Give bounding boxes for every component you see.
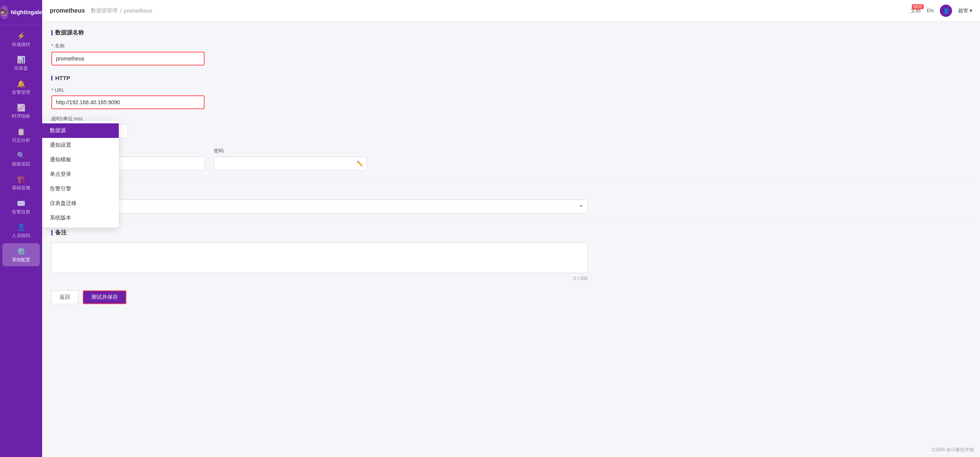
datasource-name-title: 数据源名称 xyxy=(51,29,971,36)
watermark: CSDN @小蔡技术栈 xyxy=(932,447,974,453)
breadcrumb: prometheus 数据源管理 / prometheus xyxy=(50,7,152,14)
org-label: 人员组织 xyxy=(12,233,30,238)
sys-config-label: 系统配置 xyxy=(12,257,30,262)
url-label: * URL xyxy=(51,87,205,93)
datasource-name-section: 数据源名称 * 名称 xyxy=(51,29,971,66)
timeseries-label: 时序指标 xyxy=(12,113,30,119)
breadcrumb-current: prometheus xyxy=(124,8,152,14)
alert-mgmt-icon: 🔔 xyxy=(17,80,25,88)
notes-count: 0 / 500 xyxy=(51,276,588,281)
sidebar-item-infrastructure[interactable]: 🏗️ 基础设施 xyxy=(2,171,40,194)
page-body: 数据源名称 * 名称 HTTP * URL 超时(单位:ms) 用户名 xyxy=(42,21,980,457)
doc-link[interactable]: 文档 NEW xyxy=(911,7,921,14)
user-avatar[interactable]: 👤 xyxy=(940,5,952,17)
url-form-group: * URL xyxy=(51,87,205,109)
header-right: 文档 NEW EN 👤 超管 ▾ xyxy=(911,5,972,17)
name-form-group: * 名称 xyxy=(51,43,205,66)
quick-jump-icon: ⚡ xyxy=(17,32,25,40)
log-analysis-icon: 📋 xyxy=(17,128,25,136)
timeseries-icon: 📈 xyxy=(17,103,25,112)
password-wrapper: ✏️ xyxy=(214,157,367,170)
dropdown-item-sso[interactable]: 单点登录 xyxy=(42,167,119,182)
back-button[interactable]: 返回 xyxy=(51,290,78,304)
password-field: 密码 ✏️ xyxy=(214,147,367,170)
sidebar-item-sys-config[interactable]: ⚙️ 系统配置 xyxy=(2,243,40,266)
url-input[interactable] xyxy=(51,95,205,109)
divider2 xyxy=(51,221,971,221)
alert-mgmt-label: 告警管理 xyxy=(12,90,30,95)
alert-self-icon: ✉️ xyxy=(17,199,25,208)
name-label: * 名称 xyxy=(51,43,205,49)
user-name[interactable]: 超管 ▾ xyxy=(958,7,972,14)
breadcrumb-sep xyxy=(87,8,89,14)
dashboard-icon: 📊 xyxy=(17,56,25,64)
dropdown-menu: 数据源通知设置通知模板单点登录告警引擎仪表盘迁移系统版本 xyxy=(42,121,119,228)
sidebar-item-timeseries[interactable]: 📈 时序指标 xyxy=(2,100,40,123)
dropdown-item-alert-engine[interactable]: 告警引擎 xyxy=(42,182,119,196)
cluster-title: 关联告警引擎集群 xyxy=(51,186,588,193)
quick-jump-label: 快速跳转 xyxy=(12,42,30,47)
trace-icon: 🔍 xyxy=(17,151,25,160)
logo-area: 🦅 Nightingale xyxy=(0,0,42,25)
http-title: HTTP xyxy=(51,75,971,81)
dropdown-item-notify-settings[interactable]: 通知设置 xyxy=(42,138,119,152)
name-input[interactable] xyxy=(51,52,205,66)
new-badge: NEW xyxy=(912,4,924,9)
password-label: 密码 xyxy=(214,147,367,154)
auth-section: 用户名 密码 ✏️ xyxy=(51,147,971,170)
logo-icon: 🦅 xyxy=(0,5,8,19)
dropdown-item-dashboard-migrate[interactable]: 仪表盘迁移 xyxy=(42,196,119,211)
sidebar-item-trace[interactable]: 🔍 链路追踪 xyxy=(2,147,40,170)
trace-label: 链路追踪 xyxy=(12,161,30,167)
password-input[interactable] xyxy=(214,157,367,170)
sidebar: 🦅 Nightingale ⚡ 快速跳转 📊 仪表盘 🔔 告警管理 📈 时序指标… xyxy=(0,0,42,457)
dropdown-item-sys-version[interactable]: 系统版本 xyxy=(42,211,119,225)
page-title: prometheus xyxy=(50,7,85,14)
main-content: prometheus 数据源管理 / prometheus 文档 NEW EN … xyxy=(42,0,980,457)
dashboard-label: 仪表盘 xyxy=(14,66,28,71)
infrastructure-icon: 🏗️ xyxy=(17,175,25,183)
notes-section: 备注 0 / 500 xyxy=(51,229,971,281)
cluster-select[interactable]: cluster-1 cluster-2 xyxy=(51,200,588,213)
alert-self-label: 告警自愈 xyxy=(12,209,30,215)
logo-text: Nightingale xyxy=(11,9,42,16)
save-button[interactable]: 测试并保存 xyxy=(83,290,126,304)
breadcrumb-section[interactable]: 数据源管理 xyxy=(91,7,118,14)
breadcrumb-slash: / xyxy=(120,8,121,14)
sidebar-item-org[interactable]: 👤 人员组织 xyxy=(2,219,40,242)
top-header: prometheus 数据源管理 / prometheus 文档 NEW EN … xyxy=(42,0,980,21)
http-section: HTTP * URL 超时(单位:ms) xyxy=(51,75,971,138)
notes-textarea[interactable] xyxy=(51,242,588,273)
password-eye-icon[interactable]: ✏️ xyxy=(357,161,363,167)
sidebar-item-alert-self[interactable]: ✉️ 告警自愈 xyxy=(2,195,40,218)
sys-config-icon: ⚙️ xyxy=(17,247,25,256)
sidebar-nav: ⚡ 快速跳转 📊 仪表盘 🔔 告警管理 📈 时序指标 📋 日志分析 🔍 链路追踪… xyxy=(0,28,42,266)
dropdown-item-notify-template[interactable]: 通知模板 xyxy=(42,152,119,167)
infrastructure-label: 基础设施 xyxy=(12,185,30,190)
sidebar-item-log-analysis[interactable]: 📋 日志分析 xyxy=(2,124,40,147)
sidebar-item-dashboard[interactable]: 📊 仪表盘 xyxy=(2,52,40,75)
sidebar-item-alert-mgmt[interactable]: 🔔 告警管理 xyxy=(2,76,40,99)
cluster-section: 关联告警引擎集群 cluster-1 cluster-2 xyxy=(51,186,588,213)
divider xyxy=(51,178,971,179)
sidebar-item-quick-jump[interactable]: ⚡ 快速跳转 xyxy=(2,28,40,51)
dropdown-item-datasource[interactable]: 数据源 xyxy=(42,123,119,138)
log-analysis-label: 日志分析 xyxy=(12,138,30,143)
notes-title: 备注 xyxy=(51,229,971,236)
org-icon: 👤 xyxy=(17,223,25,231)
auth-row: 用户名 密码 ✏️ xyxy=(51,147,971,170)
lang-switch[interactable]: EN xyxy=(927,8,934,13)
bottom-actions: 返回 测试并保存 xyxy=(51,290,971,312)
